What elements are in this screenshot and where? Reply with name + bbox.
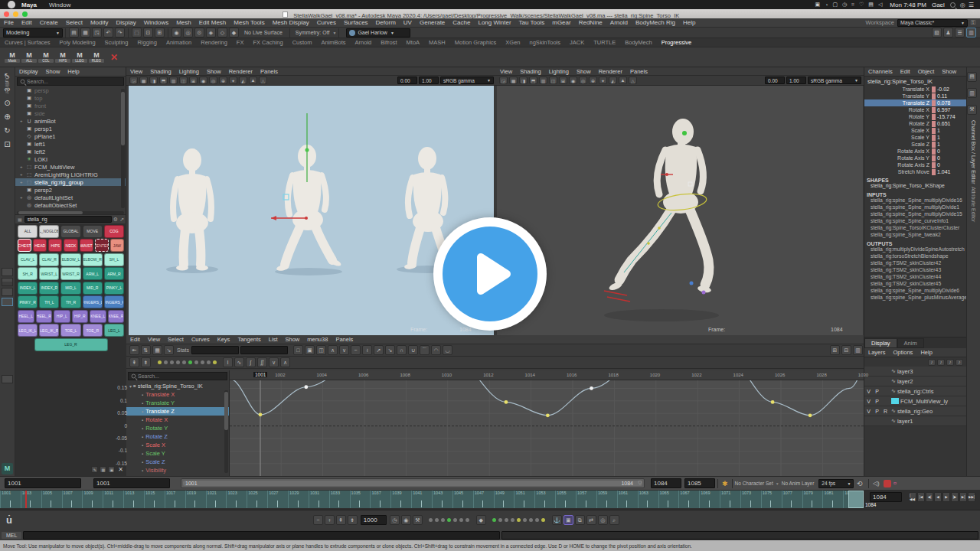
viewport-toolbar-icon[interactable]: ✦ [599, 77, 607, 84]
slider-dot[interactable] [158, 360, 162, 364]
selection-mode-icon[interactable]: ⊞ [155, 28, 165, 37]
output-node-item[interactable]: stella_rig:TSM2_skinCluster43 [864, 267, 980, 274]
slider-dot[interactable] [176, 360, 180, 364]
tangent-icon[interactable]: ∨ [339, 345, 349, 355]
output-node-item[interactable]: stella_rig:TSM2_skinCluster44 [864, 274, 980, 281]
slider-dot[interactable] [466, 518, 469, 522]
slider-dot[interactable] [441, 518, 445, 522]
graph-menu-list[interactable]: List [265, 336, 282, 343]
outliner-item-fcm-multiview[interactable]: +⬚FCM_MultiView [15, 163, 126, 171]
graph-toolbar-icon[interactable]: ▦ [152, 345, 162, 355]
viewport-toolbar-icon[interactable]: ⊕ [589, 77, 597, 84]
channel-box-object-name[interactable]: stella_rig:Spine_Torso_IK [864, 77, 980, 86]
picker-button-clav_r[interactable]: CLAV_R [39, 253, 59, 266]
layer-menu-options[interactable]: Options [890, 349, 917, 356]
sidebar-icon[interactable]: ▥ [966, 28, 976, 37]
outliner-item-defaultlightset[interactable]: +◎defaultLightSet [15, 194, 126, 201]
channel-slider-bar[interactable] [932, 155, 936, 161]
picker-button-pinky_r[interactable]: PINKY_R [18, 295, 38, 308]
snap-icon[interactable]: ◇ [217, 28, 227, 37]
snap-icon[interactable]: ◎ [183, 28, 193, 37]
tab-anim[interactable]: Anim [897, 338, 924, 348]
graph-search-input[interactable]: Search... [128, 372, 227, 380]
animbot-up-icon[interactable]: ⇞ [336, 515, 346, 525]
shelf-tab-jack[interactable]: JACK [565, 39, 589, 46]
shelf-tab-sculpting[interactable]: Sculpting [100, 39, 133, 46]
layer-menu-help[interactable]: Help [916, 349, 936, 356]
channel-slider-bar[interactable] [932, 135, 936, 141]
output-node-item[interactable]: stella_rig:spine_Spine_plusMinusAverage9 [864, 295, 980, 302]
layer-visible-toggle[interactable]: V [864, 409, 873, 414]
timeline-frame-1015[interactable]: 1015 [144, 491, 165, 508]
attribute-translate-y[interactable]: Translate Y0.11 [864, 93, 980, 99]
layout-preset-button[interactable] [2, 375, 13, 383]
timeline-frame-1075[interactable]: 1075 [761, 491, 782, 508]
playback-start-field[interactable]: 1001 [5, 478, 81, 488]
layout-single-pane-button[interactable] [2, 268, 13, 276]
graph-toolbar-icon[interactable]: ↘ [164, 345, 174, 355]
picker-button-th_l[interactable]: TH_L [39, 295, 59, 308]
layer-row-stella-rig-geo[interactable]: VPR∿stella_rig:Geo [864, 406, 967, 416]
slider-dot[interactable] [447, 518, 451, 522]
time-slider-track[interactable]: 1001100310051007100910111013101510171019… [0, 491, 864, 508]
scale-tool-icon[interactable]: ⊡ [2, 138, 14, 150]
timeline-frame-1077[interactable]: 1077 [782, 491, 802, 508]
exposure-field[interactable]: 0.00 [397, 77, 417, 84]
layer-reference-toggle[interactable]: R [881, 409, 890, 414]
slider-dot[interactable] [194, 360, 198, 364]
slider-dot[interactable] [517, 518, 521, 522]
layout-two-pane-button[interactable] [2, 288, 13, 296]
file-toolbar-icon[interactable]: ◳ [92, 28, 102, 37]
go-to-start-button[interactable]: |◀◀ [909, 492, 916, 502]
outliner-item-aremlightrig-lightrig[interactable]: +⬚AremLightRig LIGHTRIG [15, 171, 126, 178]
outliner-item-persp1[interactable]: ▣persp1 [15, 125, 126, 132]
viewport-menu-lighting[interactable]: Lighting [175, 68, 203, 75]
picker-button-wrist_r[interactable]: WRIST_R [60, 267, 80, 280]
tangent-icon[interactable]: ↘ [385, 345, 395, 355]
slider-dot[interactable] [188, 360, 192, 364]
outliner-menu-help[interactable]: Help [64, 68, 83, 75]
picker-button-move[interactable]: MOVE [83, 225, 103, 238]
output-node-item[interactable]: stella_rig:spine_Spine_multiplyDivide6 [864, 288, 980, 295]
close-window-icon[interactable] [4, 11, 9, 17]
output-node-item[interactable]: stella_rig:TSM2_skinCluster42 [864, 260, 980, 267]
solo-layer-icon[interactable]: ♪ [956, 359, 963, 366]
curve-filter-icon[interactable]: ∫ [246, 357, 256, 367]
keyframe-dot[interactable] [590, 386, 593, 390]
timeline-frame-1045[interactable]: 1045 [452, 491, 473, 508]
shelf-tab-ngskintools[interactable]: ngSkinTools [525, 39, 565, 46]
picker-button-pinky_l[interactable]: PINKY_L [104, 282, 124, 295]
minimize-window-icon[interactable] [13, 11, 18, 17]
viewport-toolbar-icon[interactable]: △ [629, 77, 637, 84]
picker-grid-icon[interactable]: ▦ [100, 466, 106, 473]
curve-filter-icon[interactable]: ∬ [257, 357, 267, 367]
keyframe-dot[interactable] [771, 400, 775, 404]
channel-box-menu-show[interactable]: Show [938, 68, 960, 75]
delete-shelf-item-icon[interactable]: ✕ [110, 52, 118, 63]
viewport-persp-canvas[interactable]: Frame: 1084 [497, 86, 863, 335]
picker-button-arm_l[interactable]: ARM_L [83, 267, 103, 280]
viewport-toolbar-icon[interactable]: ◎ [579, 77, 587, 84]
picker-button-mid_l[interactable]: MID_L [60, 282, 80, 295]
timeline-frame-1055[interactable]: 1055 [555, 491, 576, 508]
shelf-tab-animbots[interactable]: AnimBots [316, 39, 350, 46]
picker-button-head[interactable]: HEAD [33, 239, 47, 252]
layer-playback-toggle[interactable]: P [873, 399, 881, 404]
slider-dot[interactable] [435, 518, 439, 522]
animbot-copy-icon[interactable]: ⧉ [575, 515, 585, 525]
record-icon[interactable] [884, 480, 891, 487]
tangent-icon[interactable]: ⌒ [420, 345, 430, 355]
timeline-frame-1067[interactable]: 1067 [678, 491, 699, 508]
outliner-vertical-scrollbar[interactable] [121, 89, 125, 208]
current-frame-marker[interactable] [848, 491, 864, 508]
slider-dot[interactable] [459, 518, 463, 522]
exposure-field[interactable]: 0.00 [765, 77, 785, 84]
viewport-toolbar-icon[interactable]: ◉ [569, 77, 577, 84]
layer-playback-toggle[interactable]: P [873, 409, 881, 414]
outliner-search-input[interactable]: Search... [17, 77, 124, 86]
layer-row-layer3[interactable]: ∿layer3 [864, 367, 967, 377]
side-tab-attribute-editor[interactable]: Attribute Editor [971, 187, 976, 222]
selection-mode-icon[interactable]: ⬚ [132, 28, 142, 37]
viewport-toolbar-icon[interactable]: ▲ [249, 77, 257, 84]
slider-dot[interactable] [511, 518, 514, 522]
